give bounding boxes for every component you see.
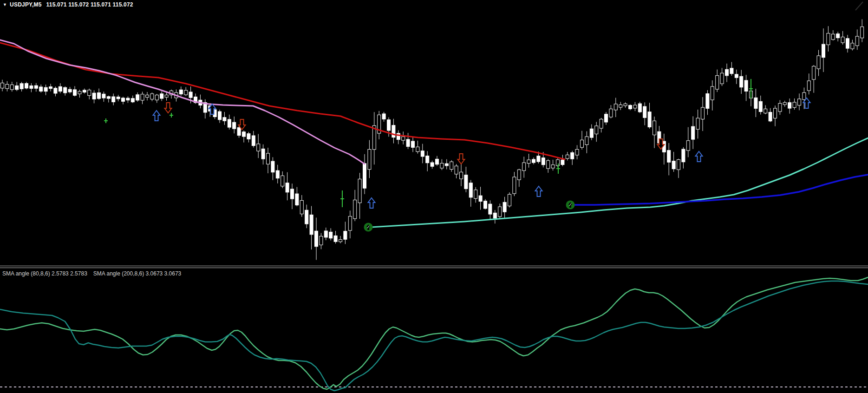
candle-body-bull	[764, 109, 767, 113]
chart-menu-icon[interactable]: ▼	[3, 2, 7, 7]
indicator-subwindow-canvas[interactable]	[0, 268, 868, 393]
candle-body-bull	[807, 81, 810, 91]
candle-body-bear	[20, 84, 23, 89]
candle-body-bear	[638, 104, 641, 112]
candle-body-bear	[590, 129, 593, 138]
candle-body-bull	[701, 107, 705, 119]
candle-body-bear	[39, 87, 43, 91]
signal-markers-layer	[153, 98, 810, 232]
candle-body-bear	[189, 92, 192, 98]
candle-body-bear	[334, 236, 337, 242]
candle-body-bull	[527, 160, 530, 164]
candle-body-bear	[571, 153, 574, 159]
mouse-cursor-artifact	[855, 2, 863, 10]
candle-body-bear	[107, 97, 110, 98]
candle-body-bear	[276, 170, 279, 178]
candle-body-bear	[725, 69, 729, 75]
candle-body-bear	[64, 87, 67, 93]
candle-body-bear	[131, 98, 134, 102]
candle-body-bull	[677, 160, 680, 170]
sma-angle-line-80	[0, 277, 868, 389]
candle-body-bear	[92, 93, 96, 99]
candle-body-bear	[233, 122, 236, 129]
doji-layer	[104, 79, 753, 207]
candle-body-bear	[228, 119, 231, 127]
candle-body-bear	[426, 156, 429, 163]
candle-body-bull	[861, 27, 864, 38]
candle-body-bull	[184, 90, 188, 95]
candle-body-bear	[542, 158, 545, 165]
candle-body-bull	[281, 176, 284, 186]
sell-signal-arrow-icon	[165, 103, 172, 113]
candle-body-bull	[575, 149, 579, 155]
price-chart-canvas[interactable]	[0, 0, 868, 266]
trend-blue-line	[574, 175, 868, 205]
candle-body-bull	[88, 90, 91, 96]
candle-body-bear	[117, 97, 120, 99]
trend-start-marker-icon	[364, 223, 373, 232]
candle-body-bear	[102, 94, 105, 98]
chart-title: ▼USDJPY,M5115.071 115.072 115.071 115.07…	[3, 1, 133, 8]
moving-average-layer	[0, 40, 868, 227]
candle-body-bear	[489, 204, 492, 214]
candle-body-bear	[484, 201, 487, 209]
candle-body-bear	[464, 175, 468, 189]
candle-body-bull	[10, 85, 13, 89]
candle-body-bull	[551, 165, 555, 168]
candle-body-bear	[493, 213, 496, 218]
candle-body-bull	[150, 94, 154, 99]
candle-body-bear	[30, 86, 33, 89]
candle-body-bull	[812, 66, 816, 80]
candle-body-bull	[320, 236, 323, 245]
candle-body-bear	[735, 74, 738, 78]
candle-body-bull	[146, 95, 149, 97]
candle-body-bull	[517, 170, 521, 180]
candle-body-bear	[436, 159, 439, 164]
candle-body-bull	[348, 216, 352, 231]
candle-body-bull	[141, 94, 144, 100]
candle-body-bear	[179, 90, 183, 94]
candle-body-bear	[479, 196, 482, 201]
candle-body-bull	[78, 92, 81, 94]
candle-body-bull	[793, 102, 796, 107]
mt4-chart-window: ▼USDJPY,M5115.071 115.072 115.071 115.07…	[0, 0, 868, 393]
candle-body-bear	[730, 68, 733, 74]
trend-teal-line	[372, 138, 868, 227]
candle-body-bear	[25, 84, 28, 88]
candle-body-bear	[643, 106, 646, 118]
buy-signal-arrow-icon	[368, 198, 375, 208]
candle-body-bear	[295, 194, 299, 205]
candle-body-bull	[450, 162, 453, 169]
candle-body-bear	[561, 160, 564, 164]
candle-body-bull	[257, 144, 260, 151]
indicator-lines-layer	[0, 277, 868, 391]
candle-body-bear	[242, 132, 246, 137]
candle-body-bull	[581, 140, 584, 147]
buy-signal-arrow-icon	[696, 151, 703, 162]
candle-body-bear	[605, 114, 608, 122]
candle-body-bull	[508, 194, 511, 206]
sma-angle-line-200	[0, 281, 868, 391]
candle-body-bull	[267, 153, 270, 164]
candle-body-bull	[841, 37, 844, 43]
candle-body-bear	[315, 231, 318, 246]
candle-body-bull	[609, 109, 613, 117]
panel-separator[interactable]	[0, 266, 868, 268]
candle-body-bear	[406, 139, 410, 146]
ma-violet-line	[0, 40, 365, 164]
candle-body-bull	[851, 43, 854, 49]
candle-body-bear	[363, 164, 366, 188]
candle-body-bull	[402, 137, 405, 140]
candle-body-bull	[711, 86, 714, 100]
candle-body-bear	[532, 159, 535, 163]
candle-body-bear	[445, 164, 448, 166]
candle-body-bear	[112, 97, 115, 102]
chart-symbol-timeframe: USDJPY,M5	[10, 1, 42, 8]
candle-body-bull	[165, 95, 168, 97]
candle-body-bull	[803, 92, 806, 99]
candle-body-bull	[455, 166, 458, 174]
candle-body-bear	[537, 156, 540, 162]
candle-body-bear	[223, 118, 226, 121]
candle-body-bear	[160, 94, 163, 98]
candle-body-bear	[98, 93, 101, 99]
